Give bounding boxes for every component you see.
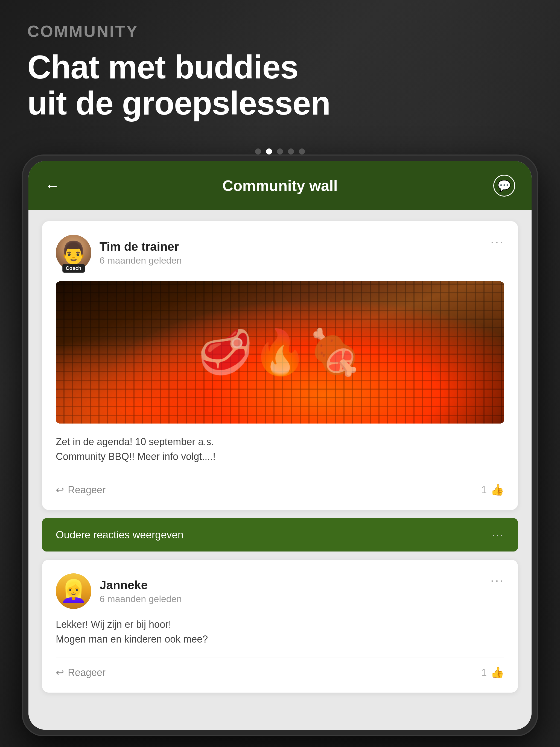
- comment-card: Janneke 6 maanden geleden ··· Lekker! Wi…: [42, 560, 518, 693]
- chat-icon: 💬: [498, 179, 511, 192]
- reply-button[interactable]: ↩ Reageer: [56, 484, 105, 496]
- comment-text: Lekker! Wij zijn er bij hoor! Mogen man …: [56, 617, 504, 647]
- commenter-info: Janneke 6 maanden geleden: [100, 578, 182, 604]
- older-more-button[interactable]: ···: [492, 528, 504, 542]
- like-icon[interactable]: 👍: [490, 483, 504, 496]
- comment-text-line1: Lekker! Wij zijn er bij hoor!: [56, 617, 504, 632]
- commenter-avatar-wrap: [56, 573, 91, 609]
- post-more-button[interactable]: ···: [490, 235, 504, 249]
- reply-icon: ↩: [56, 484, 64, 496]
- device-inner: ← Community wall 💬: [28, 161, 532, 730]
- comment-reply-icon: ↩: [56, 667, 64, 678]
- comment-reply-label: Reageer: [68, 667, 105, 678]
- heading-line1: Chat met buddies: [27, 49, 533, 85]
- post-author: Coach Tim de trainer 6 maanden geleden: [56, 235, 182, 271]
- comment-like-icon[interactable]: 👍: [490, 666, 504, 679]
- bbq-image-visual: [56, 281, 504, 423]
- comment-more-button[interactable]: ···: [490, 573, 504, 587]
- app-title: Community wall: [222, 177, 338, 195]
- section-label: COMMUNITY: [27, 22, 533, 41]
- top-section: COMMUNITY Chat met buddies uit de groeps…: [0, 0, 560, 137]
- post-text: Zet in de agenda! 10 september a.s. Comm…: [56, 435, 504, 464]
- chat-button[interactable]: 💬: [493, 175, 515, 197]
- post-time: 6 maanden geleden: [100, 255, 182, 266]
- author-avatar-wrap: Coach: [56, 235, 91, 271]
- post-text-line1: Zet in de agenda! 10 september a.s.: [56, 435, 504, 449]
- older-text: Oudere reacties weergeven: [56, 529, 183, 541]
- commenter-name: Janneke: [100, 578, 182, 592]
- author-name: Tim de trainer: [100, 240, 182, 254]
- comment-author: Janneke 6 maanden geleden: [56, 573, 182, 609]
- like-count: 1: [481, 484, 487, 496]
- like-section: 1 👍: [481, 483, 504, 496]
- post-text-line2: Community BBQ!! Meer info volgt....!: [56, 449, 504, 464]
- author-info: Tim de trainer 6 maanden geleden: [100, 240, 182, 266]
- older-reactions-bar[interactable]: Oudere reacties weergeven ···: [42, 518, 518, 551]
- post-card: Coach Tim de trainer 6 maanden geleden ·…: [42, 221, 518, 510]
- dot-5[interactable]: [299, 149, 305, 154]
- commenter-avatar: [56, 573, 91, 609]
- comment-reply-button[interactable]: ↩ Reageer: [56, 667, 105, 678]
- post-header: Coach Tim de trainer 6 maanden geleden ·…: [56, 235, 504, 271]
- app-header: ← Community wall 💬: [28, 161, 532, 210]
- coach-badge: Coach: [62, 264, 85, 273]
- dot-4[interactable]: [288, 149, 294, 154]
- device-frame: ← Community wall 💬: [22, 154, 538, 736]
- post-image: [56, 281, 504, 423]
- comment-header: Janneke 6 maanden geleden ···: [56, 573, 504, 609]
- comment-footer: ↩ Reageer 1 👍: [56, 658, 504, 679]
- comment-like-count: 1: [481, 667, 487, 678]
- comment-time: 6 maanden geleden: [100, 594, 182, 604]
- heading-line2: uit de groepslessen: [27, 85, 533, 121]
- back-button[interactable]: ←: [45, 177, 60, 195]
- post-footer: ↩ Reageer 1 👍: [56, 475, 504, 496]
- dot-1[interactable]: [255, 149, 261, 154]
- dot-3[interactable]: [277, 149, 283, 154]
- pagination-dots: [0, 149, 560, 154]
- comment-text-line2: Mogen man en kinderen ook mee?: [56, 632, 504, 647]
- comment-like-section: 1 👍: [481, 666, 504, 679]
- app-body: Coach Tim de trainer 6 maanden geleden ·…: [28, 210, 532, 730]
- main-heading: Chat met buddies uit de groepslessen: [27, 49, 533, 121]
- janneke-avatar-image: [56, 573, 91, 609]
- reply-label: Reageer: [68, 484, 105, 496]
- dot-2[interactable]: [266, 149, 272, 154]
